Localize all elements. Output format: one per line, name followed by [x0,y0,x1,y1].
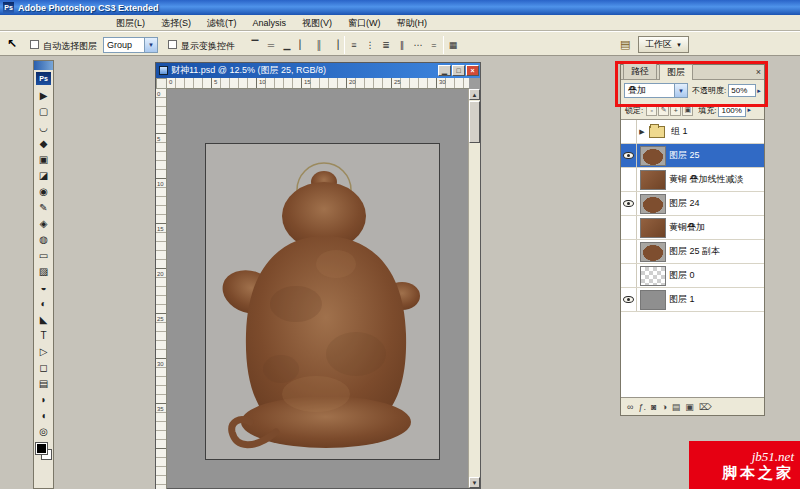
shape-tool[interactable]: ◻ [34,359,53,375]
menu-item-1[interactable]: 选择(S) [153,15,199,31]
fill-spinner-icon[interactable]: ▸ [747,106,751,114]
panel-close-icon[interactable]: × [756,66,761,79]
menu-item-3[interactable]: Analysis [245,15,295,31]
lock-position-icon[interactable]: + [670,104,681,116]
notes-tool[interactable]: ▤ [34,375,53,391]
layer-row[interactable]: 图层 24 [621,192,764,216]
document-titlebar[interactable]: 财神11.psd @ 12.5% (图层 25, RGB/8) ▁□× [156,63,480,78]
eraser-tool[interactable]: ▭ [34,247,53,263]
show-transform-checkbox[interactable] [168,40,177,49]
align-right-edges-icon[interactable]: ▕ [328,37,342,53]
layer-thumbnail[interactable] [640,242,666,262]
opacity-spinner-icon[interactable]: ▸ [757,87,761,95]
doc-close-button[interactable]: × [466,65,479,76]
new-group-icon[interactable]: ▤ [672,402,681,412]
auto-align-layers-icon[interactable]: ▦ [446,37,460,53]
zoom-tool[interactable]: ◎ [34,423,53,439]
align-left-edges-icon[interactable]: ▏ [296,37,310,53]
layer-row[interactable]: 图层 25 副本 [621,240,764,264]
history-brush-tool[interactable]: ◍ [34,231,53,247]
hand-tool[interactable]: ◖ [34,407,53,423]
doc-minimize-button[interactable]: ▁ [438,65,451,76]
scroll-down-icon[interactable]: ▼ [469,477,480,488]
clone-stamp-tool[interactable]: ◈ [34,215,53,231]
layer-thumbnail[interactable] [640,266,666,286]
layer-row[interactable]: 黄铜 叠加线性减淡 [621,168,764,192]
visibility-toggle[interactable] [621,240,637,263]
toolbox-titlebar[interactable] [34,61,53,70]
link-layers-icon[interactable]: ∞ [627,402,633,412]
visibility-toggle[interactable] [621,288,637,311]
visibility-toggle[interactable] [621,168,637,191]
layer-row[interactable]: 图层 25 [621,144,764,168]
layer-thumbnail[interactable] [640,290,666,310]
quick-selection-tool[interactable]: ◆ [34,135,53,151]
tab-layers[interactable]: 图层 [659,64,693,80]
foreground-color-swatch[interactable] [36,443,47,454]
distribute-horizontal-centers-icon[interactable]: ⋯ [411,37,425,53]
crop-tool[interactable]: ▣ [34,151,53,167]
lock-all-icon[interactable]: ▣ [682,104,693,116]
blur-tool[interactable]: ◒ [34,279,53,295]
layer-thumbnail[interactable] [640,170,666,190]
brush-tool[interactable]: ✎ [34,199,53,215]
new-adjustment-layer-icon[interactable]: ◑ [661,402,666,412]
align-top-edges-icon[interactable]: ▔ [248,37,262,53]
distribute-right-edges-icon[interactable]: = [427,37,441,53]
lock-transparency-icon[interactable]: ▫ [646,104,657,116]
expand-triangle-icon[interactable]: ▶ [637,128,647,136]
distribute-top-edges-icon[interactable]: ≡ [347,37,361,53]
lasso-tool[interactable]: ◡ [34,119,53,135]
blend-mode-dropdown[interactable]: 叠加 ▼ [624,83,688,98]
layer-row[interactable]: 图层 0 [621,264,764,288]
type-tool[interactable]: T [34,327,53,343]
canvas-area[interactable] [167,89,468,488]
pen-tool[interactable]: ◣ [34,311,53,327]
auto-select-target-dropdown[interactable]: Group ▼ [103,37,158,53]
path-selection-tool[interactable]: ▷ [34,343,53,359]
delete-layer-icon[interactable]: ⌦ [699,402,712,412]
visibility-toggle[interactable] [621,192,637,215]
scrollbar-thumb[interactable] [469,101,480,143]
auto-select-checkbox[interactable] [30,40,39,49]
healing-brush-tool[interactable]: ◉ [34,183,53,199]
layer-style-icon[interactable]: ƒ. [638,402,646,412]
menu-item-5[interactable]: 窗口(W) [340,15,389,31]
doc-restore-button[interactable]: □ [452,65,465,76]
align-horizontal-centers-icon[interactable]: ║ [312,37,326,53]
distribute-left-edges-icon[interactable]: ∥ [395,37,409,53]
distribute-vertical-centers-icon[interactable]: ⋮ [363,37,377,53]
menu-item-0[interactable]: 图层(L) [108,15,153,31]
align-bottom-edges-icon[interactable]: ▁ [280,37,294,53]
visibility-toggle[interactable] [621,144,637,167]
eyedropper-tool[interactable]: ◗ [34,391,53,407]
layer-thumbnail[interactable] [640,194,666,214]
visibility-toggle[interactable] [621,120,637,143]
dodge-tool[interactable]: ◐ [34,295,53,311]
new-layer-icon[interactable]: ▣ [685,402,694,412]
align-vertical-centers-icon[interactable]: ═ [264,37,278,53]
tab-paths[interactable]: 路径 [623,63,657,79]
add-layer-mask-icon[interactable]: ◙ [651,402,656,412]
palette-icon[interactable]: ▤ [620,38,630,51]
move-tool[interactable]: ▶ [34,87,53,103]
vertical-scrollbar[interactable]: ▲ ▼ [468,89,480,488]
opacity-value[interactable]: 50% [728,84,756,97]
layer-thumbnail[interactable] [640,146,666,166]
scroll-up-icon[interactable]: ▲ [469,89,480,100]
menu-item-2[interactable]: 滤镜(T) [199,15,245,31]
visibility-toggle[interactable] [621,216,637,239]
image-area[interactable] [205,143,440,460]
layer-thumbnail[interactable] [640,218,666,238]
marquee-tool[interactable]: ▢ [34,103,53,119]
layer-row[interactable]: ▶组 1 [621,120,764,144]
fill-value[interactable]: 100% [718,104,746,117]
gradient-tool[interactable]: ▨ [34,263,53,279]
visibility-toggle[interactable] [621,264,637,287]
menu-item-4[interactable]: 视图(V) [294,15,340,31]
workspace-button[interactable]: 工作区 ▼ [638,36,689,53]
distribute-bottom-edges-icon[interactable]: ≣ [379,37,393,53]
layer-row[interactable]: 黄铜叠加 [621,216,764,240]
menu-item-6[interactable]: 帮助(H) [389,15,436,31]
slice-tool[interactable]: ◪ [34,167,53,183]
